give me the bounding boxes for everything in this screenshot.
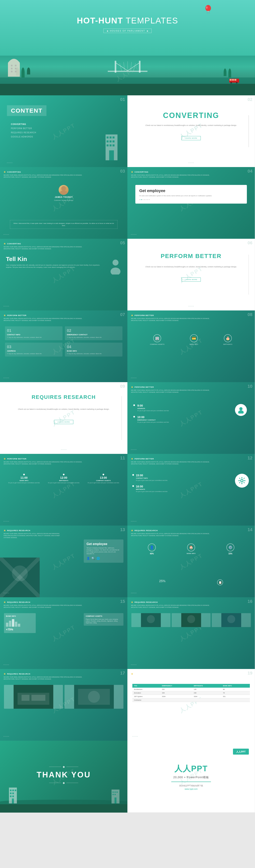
pct-gear-icon: ⚙️ <box>226 544 234 551</box>
bottom-dots-s6 <box>4 306 9 307</box>
pct-home-icon: 🏠 <box>187 544 195 551</box>
bottom-dots-s5 <box>131 234 136 235</box>
svg-line-17 <box>120 63 122 71</box>
icon-label-2: BANK INFO <box>190 343 198 345</box>
pct-item-1: 👤 40% <box>133 544 170 555</box>
svg-rect-48 <box>242 483 242 484</box>
get-emp-title-s14: Get employee <box>87 542 121 546</box>
menu-list: CONVERTING PERFORM BETTER REQUIRES RESEA… <box>11 123 36 138</box>
ty-divider-top: ◆ <box>36 765 91 768</box>
birthdays-icon: 🎂 <box>224 334 232 342</box>
menu-item-2: PERFORM BETTER <box>11 127 36 129</box>
s13-heading: ★ PERFORM BETTER WE ARE YOUR IDEAL DESIG… <box>131 458 210 465</box>
svg-rect-54 <box>239 482 240 483</box>
learn-more-btn[interactable]: LEARN MORE <box>182 136 201 140</box>
slide-15-pct: 人人PPT 14 ★ REQUIRES RESEARCH WE ARE YOUR… <box>127 526 255 597</box>
svg-point-42 <box>110 268 121 275</box>
svg-line-21 <box>133 63 135 71</box>
info-table: Title EMERGENCY BIRTHDAYS BANK INFO Arch… <box>132 684 250 702</box>
person-large-icon <box>235 404 247 416</box>
company-assets-label: COMPANY ASSETS <box>86 615 122 617</box>
slide-12-timeline-3: 人人PPT 11 ★ PERFORM BETTER WE ARE YOUR ID… <box>0 454 127 526</box>
slide-11-timeline: 人人PPT 10 ★ PERFORM BETTER WE ARE YOUR ID… <box>127 382 255 454</box>
bottom-dots-s3 <box>189 162 194 163</box>
bank-info-icon: 💳 <box>190 334 198 342</box>
perform-btn[interactable]: LEARN MORE <box>182 277 201 282</box>
slide-14-research-photo: 人人PPT 13 ★ REQUIRES RESEARCH WE ARE YOUR… <box>0 526 127 597</box>
s9-body: WE ARE YOUR IDEAL DESIGN INSTITUTE, A FU… <box>131 318 210 321</box>
perform-title-area: PERFORM BETTER <box>127 253 255 259</box>
tl-desc-13: It's you to get it done and your committ… <box>88 482 119 484</box>
svg-rect-87 <box>115 798 117 803</box>
bank-info-card: BANK INFO +75% <box>4 613 36 633</box>
slides-row-1: 人人PPT 01 CONTENT CONVERTING PERFORM BETT… <box>0 95 255 167</box>
card-icons-row: 👤 🔍 🌐 <box>87 557 121 560</box>
get-employee-title-s5: Get employee <box>139 188 243 193</box>
svg-rect-6 <box>11 65 12 66</box>
bottom-dots-s4 <box>4 234 9 235</box>
tl-label-15: CONTACT INFO <box>136 477 167 479</box>
deco-line-s10 <box>122 396 122 440</box>
slide-num-12: 11 <box>120 456 125 461</box>
perform-subtitle-area: Check out our latest in revolutionary br… <box>139 266 243 268</box>
svg-rect-25 <box>234 79 236 81</box>
tl-label-13: COMPANY ASSETS <box>96 480 111 482</box>
icon-label-3: BIRTHDAYS <box>223 343 232 345</box>
bar-chart <box>6 619 34 627</box>
slide-19-table: 人人PPT 19 ★ Title EMERGENCY BIRTHDAYS BAN… <box>127 669 255 741</box>
col-bank: BANK INFO <box>221 684 250 688</box>
svg-rect-23 <box>230 79 231 81</box>
thank-you-title: THANK YOU <box>36 770 91 779</box>
col-birthdays: BIRTHDAYS <box>192 684 221 688</box>
svg-point-39 <box>61 186 66 191</box>
svg-point-43 <box>239 407 243 410</box>
slide-num-4: 03 <box>120 168 125 174</box>
info-cards-grid: 01 CONTACT INFO 77 any sin city, address… <box>5 327 122 356</box>
slide-4-converting-person: 人人PPT 03 ★ CONVERTING WE ARE YOUR IDEAL … <box>0 167 127 239</box>
table-row: JSP System 3334 3334 521 <box>132 695 250 699</box>
bottom-dots-s16 <box>4 664 9 665</box>
svg-rect-8 <box>11 68 12 69</box>
tl-time-11: 11:00 <box>21 476 28 479</box>
s8-body: WE ARE YOUR IDEAL DESIGN INSTITUTE, A FU… <box>4 318 83 321</box>
person-title: Customer Service & design <box>54 199 73 201</box>
cell-bank-1: 86 <box>221 688 250 691</box>
pct-person-icon: 👤 <box>148 544 156 551</box>
svg-rect-85 <box>113 794 114 795</box>
slide-num-3: 02 <box>248 97 252 102</box>
svg-rect-86 <box>115 794 116 795</box>
card2-num: 02 <box>67 328 121 333</box>
slide-3-converting: 人人PPT 02 CONVERTING Check out our latest… <box>127 95 255 167</box>
research-btn[interactable]: LEARN MORE <box>54 420 73 424</box>
icon-person: 👤 <box>87 557 90 560</box>
brand-tagline: 20,000 + PowerPoint模板 <box>171 776 211 779</box>
pct-item-3: ⚙️ 33% <box>212 544 249 555</box>
svg-rect-79 <box>12 796 14 797</box>
s19-heading: ★ <box>131 673 134 676</box>
card3-num: 03 <box>7 345 61 349</box>
tl-desc-16: It's you to get it done and your committ… <box>136 491 167 492</box>
cell-emg-3: 3334 <box>160 695 192 699</box>
slide-21-brand: 人人PPT 人人PPT 人人PPT 20,000 + PowerPoint模板 … <box>127 741 255 812</box>
s18-heading: ★ REQUIRES RESEARCH WE ARE YOUR IDEAL DE… <box>4 673 83 680</box>
get-employee-card-s14: Get employee Tell your company employee … <box>84 539 123 563</box>
tl-item-15: 15:00 CONTACT INFO It's you to get it do… <box>132 474 215 481</box>
s5-body: WE ARE YOUR IDEAL DESIGN INSTITUTE, A FU… <box>131 174 210 178</box>
svg-rect-30 <box>109 136 111 138</box>
svg-point-44 <box>238 410 244 413</box>
content-section-title: CONTENT <box>11 107 42 114</box>
card4-title: BANK INFO <box>67 350 121 352</box>
watermark-s16: 人人PPT <box>51 623 77 643</box>
company-assets-icon: 🏢 <box>153 334 161 342</box>
bottom-dots-s19 <box>132 736 138 737</box>
s13-body: WE ARE YOUR IDEAL DESIGN INSTITUTE, A FU… <box>131 461 210 465</box>
bottom-dots-s12 <box>4 521 9 522</box>
s6-heading: ★ CONVERTING WE ARE YOUR IDEAL DESIGN IN… <box>4 242 83 250</box>
data-table-area: Title EMERGENCY BIRTHDAYS BANK INFO Arch… <box>132 684 250 702</box>
table-row: Animation 346 230 76 <box>132 691 250 695</box>
person-avatar <box>59 185 69 195</box>
timeline-time-1: 9:00 <box>137 404 169 407</box>
slide-num-15: 14 <box>248 527 252 532</box>
svg-rect-82 <box>113 792 114 793</box>
quote-text: When I discovered this, it was quite cle… <box>12 222 115 227</box>
